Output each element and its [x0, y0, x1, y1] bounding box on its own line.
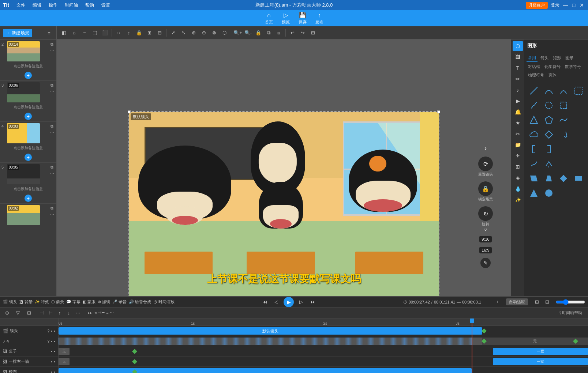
table-keyframe[interactable] [132, 349, 137, 354]
add-scene-button[interactable]: + [25, 154, 32, 161]
track-more-icon4[interactable]: • [54, 359, 55, 364]
reset-lens-control[interactable]: ⟳ 重置镜头 [478, 157, 493, 177]
play-button[interactable]: ▶ [284, 297, 294, 307]
track-help-icon[interactable]: ? [47, 329, 49, 333]
list-item[interactable]: 5 00:05 ⧉ ⋯ 点击添加备注信息 + [0, 163, 56, 204]
tab-arrow[interactable]: 箭头 [539, 54, 550, 62]
track-dot-icon4[interactable]: • [51, 359, 52, 364]
track-dot-icon3[interactable]: • [51, 349, 52, 354]
track-more-icon5[interactable]: • [54, 370, 55, 373]
list-item[interactable]: 00:02 ⧉ ⋯ [0, 204, 56, 227]
track-more-icon3[interactable]: • [54, 349, 55, 354]
tab-common[interactable]: 常用 [527, 54, 538, 62]
expand-right-icon[interactable]: › [484, 144, 487, 152]
timeline-add-icon[interactable]: ⊕ [3, 309, 11, 317]
menu-settings[interactable]: 设置 [100, 1, 112, 9]
track-dot-icon5[interactable]: • [51, 370, 52, 373]
tool-foreground[interactable]: ⬡ 前景 [51, 299, 64, 305]
text-tab-icon[interactable]: T [513, 63, 523, 73]
menu-file[interactable]: 文件 [15, 1, 27, 9]
shape-s-curve[interactable] [527, 99, 540, 112]
shape-cross[interactable] [542, 128, 555, 141]
shape-bracket-r[interactable] [542, 143, 555, 156]
login-button[interactable]: 登录 [551, 2, 559, 8]
add-scene-button[interactable]: + [25, 195, 32, 202]
next-frame-button[interactable]: ▷ [297, 298, 306, 306]
video-tab-icon[interactable]: ▶ [513, 96, 523, 106]
track-dot-icon[interactable]: • [51, 329, 52, 333]
canvas-tool12[interactable]: ⊗ [210, 29, 218, 37]
zoom-in-icon[interactable]: 🔍+ [233, 29, 242, 37]
tool-time-scale[interactable]: ⏱ 时间缩放 [153, 299, 175, 305]
menu-timeline[interactable]: 时间轴 [63, 1, 79, 9]
scene-more-icon[interactable]: ⋯ [49, 48, 55, 54]
canvas-tool5[interactable]: 🔒 [135, 29, 143, 37]
shape-triangle[interactable] [527, 113, 540, 127]
timeline-zoom-slider[interactable] [556, 299, 585, 305]
tab-wide[interactable]: 宽体 [547, 72, 558, 79]
align-left-icon[interactable]: ⊣ [37, 309, 45, 317]
list-item[interactable]: 2 00:14 ⧉ ⋯ 点击添加备注信息 + [0, 40, 56, 81]
add-scene-button[interactable]: + [25, 72, 32, 79]
toolbar-publish[interactable]: ↑ 发布 [315, 12, 323, 25]
canvas-tool15[interactable]: ⧉ [264, 29, 273, 37]
scene-copy-icon[interactable]: ⧉ [49, 82, 55, 88]
cloth-bar[interactable] [59, 368, 472, 373]
tool-filter[interactable]: ⊕ 滤镜 [98, 299, 110, 305]
alert-tab-icon[interactable]: 🔔 [513, 107, 523, 117]
tool-lens[interactable]: 🎬 镜头 [3, 299, 17, 305]
magic-tab-icon[interactable]: ✨ [513, 195, 523, 205]
playhead-handle[interactable] [470, 319, 474, 323]
zoom-out-icon[interactable]: 🔍- [244, 29, 252, 37]
time-minus-icon[interactable]: − [483, 298, 491, 306]
pen-tab-icon[interactable]: ✏ [513, 74, 523, 84]
tool-tts[interactable]: 🔊 语音合成 [129, 299, 151, 305]
ratio-916-badge[interactable]: 9:16 [479, 236, 491, 242]
shape-wave[interactable] [557, 113, 570, 127]
canvas-tool9[interactable]: ⤡ [179, 29, 188, 37]
char-bar-end[interactable]: 一宽 [493, 358, 588, 365]
redo-icon[interactable]: ↪ [298, 29, 307, 37]
canvas-back-icon[interactable]: ◧ [60, 29, 68, 37]
list-item[interactable]: 3 00:06 ⧉ ⋯ 点击添加备注信息 + [0, 81, 56, 122]
canvas-tool7[interactable]: ⊟ [155, 29, 164, 37]
shape-curved-arrow[interactable] [557, 128, 570, 141]
shape-v-arrow[interactable] [542, 157, 555, 170]
track-more-icon[interactable]: • [54, 329, 55, 333]
toolbar-home[interactable]: ⌂ 首页 [265, 12, 273, 25]
scene-copy-icon[interactable]: ⧉ [49, 123, 55, 129]
scene-copy-icon[interactable]: ⧉ [49, 164, 55, 170]
menu-edit[interactable]: 编辑 [31, 1, 43, 9]
canvas-tool16[interactable]: ⧈ [274, 29, 283, 37]
rotate-control[interactable]: ↻ 旋转 0 [478, 206, 493, 231]
add-scene-button[interactable]: + [25, 113, 32, 120]
lens-bar[interactable]: 默认镜头 [59, 327, 482, 335]
table-bar-end[interactable]: 一宽 [493, 348, 588, 355]
minimize-button[interactable]: — [562, 2, 569, 8]
shape-triangle-filled[interactable] [527, 186, 540, 200]
canvas-tool4[interactable]: ↕ [124, 29, 133, 37]
tab-rect[interactable]: 矩形 [551, 54, 562, 62]
lens-keyframe[interactable] [482, 328, 487, 334]
toolbar-save[interactable]: 💾 保存 [299, 12, 307, 25]
canvas-tool10[interactable]: ⊕ [189, 29, 198, 37]
shape-curve-line[interactable] [542, 84, 555, 97]
grid-tab-icon[interactable]: ⊞ [513, 162, 523, 172]
canvas-tool3[interactable]: ↔ [114, 29, 123, 37]
scene-more-icon[interactable]: ⋯ [49, 212, 55, 218]
shape-trapezoid[interactable] [542, 172, 555, 185]
zoom-out-timeline[interactable]: ⊟ [543, 298, 551, 306]
track-more-icon2[interactable]: • [54, 339, 55, 343]
image-tab-icon[interactable]: 🖼 [513, 52, 523, 62]
timeline-more-icon[interactable]: ⋯ [74, 309, 82, 317]
track-help-icon2[interactable]: ? [47, 339, 49, 343]
shape-diamond-filled[interactable] [557, 172, 570, 185]
scene-list-icon[interactable]: ≡ [45, 29, 53, 37]
tab-physics[interactable]: 物理符号 [527, 72, 546, 79]
canvas-tool14[interactable]: 🔒 [254, 29, 263, 37]
scene-more-icon[interactable]: ⋯ [49, 89, 55, 95]
track-dot-icon2[interactable]: • [51, 339, 52, 343]
upgrade-button[interactable]: 升级账户 [526, 2, 548, 9]
time-plus-icon[interactable]: + [493, 298, 502, 306]
timeline-filter-icon[interactable]: ▽ [14, 309, 22, 317]
